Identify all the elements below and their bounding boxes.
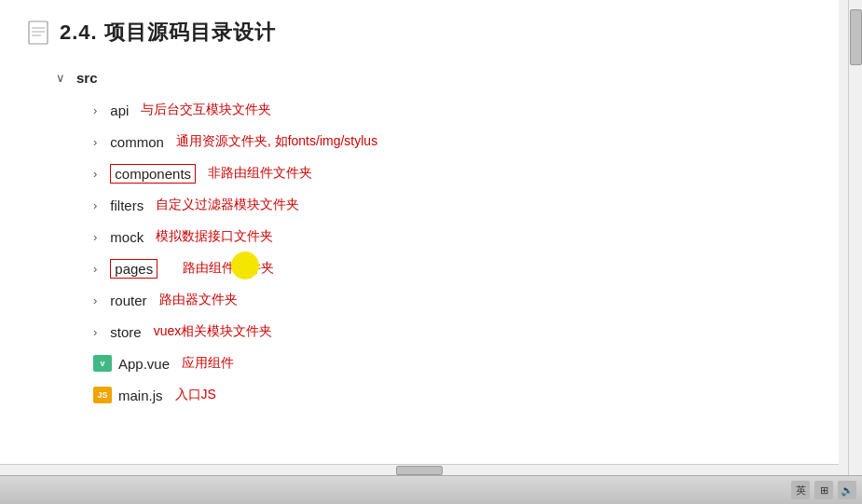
page-title: 2.4. 项目源码目录设计	[60, 19, 276, 47]
tree-item-common: › common 通用资源文件夹, 如fonts/img/stylus	[93, 129, 811, 155]
item-name-store: store	[110, 324, 141, 340]
item-name-common: common	[110, 134, 164, 150]
tree-item-router: › router 路由器文件夹	[93, 287, 811, 313]
item-desc-mock: 模拟数据接口文件夹	[156, 228, 273, 245]
tree-root-src: ∨ src	[56, 69, 811, 86]
title-row: 2.4. 项目源码目录设计	[28, 19, 811, 47]
item-desc-common: 通用资源文件夹, 如fonts/img/stylus	[176, 133, 377, 150]
taskbar-icons: 英 ⊞ 🔊	[791, 481, 856, 499]
item-name-components: components	[110, 164, 196, 184]
svg-rect-0	[29, 21, 48, 44]
item-name-mock: mock	[110, 229, 144, 245]
file-item-mainjs: JS main.js 入口JS	[93, 382, 811, 408]
tree-item-pages: › pages 路由组件文件夹	[93, 255, 811, 281]
item-desc-filters: 自定义过滤器模块文件夹	[156, 197, 299, 213]
chevron-right-icon[interactable]: ›	[93, 103, 97, 117]
vue-file-icon: v	[93, 355, 112, 372]
item-desc-router: 路由器文件夹	[159, 292, 238, 308]
item-name-appvue: App.vue	[118, 356, 170, 372]
hscrollbar-thumb[interactable]	[396, 466, 443, 475]
item-desc-mainjs: 入口JS	[175, 387, 216, 403]
tree-item-filters: › filters 自定义过滤器模块文件夹	[93, 192, 811, 218]
tree-item-mock: › mock 模拟数据接口文件夹	[93, 224, 811, 250]
taskbar-icon-3[interactable]: 🔊	[838, 481, 856, 499]
item-desc-pages: 路由组件文件夹	[183, 260, 274, 277]
chevron-right-icon-components[interactable]: ›	[93, 167, 97, 181]
chevron-right-icon-pages[interactable]: ›	[93, 262, 97, 276]
horizontal-scrollbar[interactable]	[0, 464, 839, 475]
tree-children: › api 与后台交互模块文件夹 › common 通用资源文件	[56, 97, 811, 408]
chevron-right-icon-store[interactable]: ›	[93, 325, 97, 339]
chevron-right-icon-filters[interactable]: ›	[93, 198, 97, 212]
item-desc-appvue: 应用组件	[182, 355, 234, 372]
tree-container: ∨ src › api 与后台交互模块文件夹	[28, 69, 811, 408]
item-desc-components: 非路由组件文件夹	[208, 165, 312, 182]
vertical-scrollbar[interactable]	[848, 0, 862, 475]
root-label: src	[76, 70, 98, 86]
scrollbar-thumb[interactable]	[850, 9, 862, 65]
item-name-api: api	[110, 102, 129, 118]
item-name-mainjs: main.js	[118, 388, 163, 403]
chevron-down-icon[interactable]: ∨	[56, 71, 65, 85]
item-name-filters: filters	[110, 198, 144, 213]
chevron-right-icon-common[interactable]: ›	[93, 135, 97, 149]
chevron-right-icon-router[interactable]: ›	[93, 293, 97, 307]
item-name-pages: pages	[110, 259, 157, 279]
file-item-appvue: v App.vue 应用组件	[93, 350, 811, 376]
doc-icon	[28, 20, 48, 45]
js-file-icon: JS	[93, 387, 112, 403]
tree-item-components: › components 非路由组件文件夹	[93, 160, 811, 186]
taskbar: 英 ⊞ 🔊	[0, 475, 862, 504]
item-name-router: router	[110, 293, 146, 308]
taskbar-icon-2[interactable]: ⊞	[814, 481, 833, 499]
main-content: 2.4. 项目源码目录设计 ∨ src › a	[0, 0, 839, 475]
tree-item-store: › store vuex相关模块文件夹	[93, 319, 811, 345]
tree-item-api: › api 与后台交互模块文件夹	[93, 97, 811, 123]
item-desc-api: 与后台交互模块文件夹	[141, 102, 271, 118]
item-desc-store: vuex相关模块文件夹	[154, 323, 273, 340]
chevron-right-icon-mock[interactable]: ›	[93, 230, 97, 244]
taskbar-icon-1[interactable]: 英	[791, 481, 810, 499]
